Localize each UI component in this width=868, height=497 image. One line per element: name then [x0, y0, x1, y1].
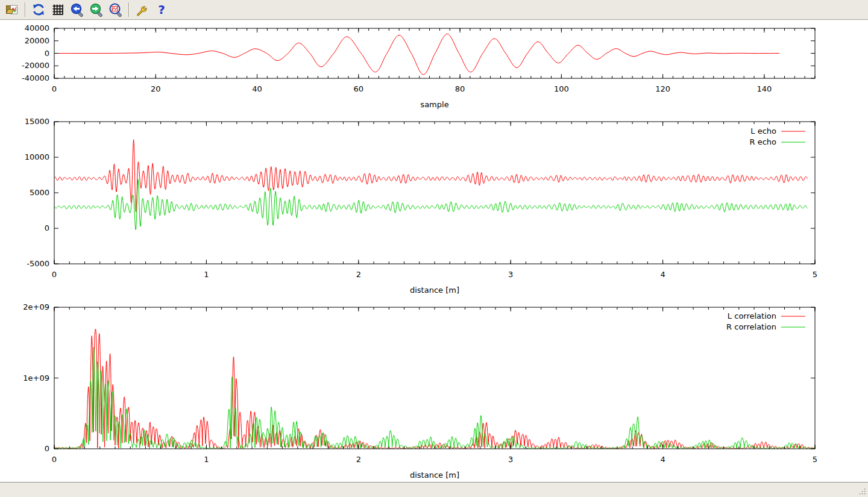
y-tick-label: 0 — [45, 444, 49, 453]
y-tick-label: -20000 — [22, 61, 49, 70]
x-tick-label: 3 — [508, 270, 513, 279]
x-tick-label: 0 — [52, 455, 57, 464]
toolbar-separator — [25, 2, 26, 17]
y-tick-label: 10000 — [25, 152, 49, 161]
status-bar — [0, 482, 868, 497]
zoom-previous-icon — [70, 2, 84, 17]
echo-plot[interactable]: 012345-5000050001000015000 L echoR echo … — [25, 117, 818, 295]
toolbar: ? — [0, 0, 868, 20]
echo-xaxis-label: distance [m] — [410, 286, 459, 295]
svg-text:?: ? — [158, 2, 165, 17]
grid-icon — [51, 2, 65, 17]
y-tick-label: 5000 — [30, 188, 49, 197]
copy-plot-button[interactable] — [3, 1, 21, 18]
x-tick-label: 3 — [508, 455, 513, 464]
correlation-plot[interactable]: 01234501e+092e+09 L correlationR correla… — [23, 302, 817, 480]
series-line-r-correlation — [54, 347, 815, 449]
autoscale-button[interactable] — [107, 1, 125, 18]
x-tick-label: 40 — [252, 84, 262, 93]
resize-grip[interactable] — [858, 487, 867, 496]
zoom-next-button[interactable] — [87, 1, 105, 18]
x-tick-label: 5 — [813, 455, 817, 464]
x-tick-label: 4 — [660, 455, 665, 464]
x-tick-label: 140 — [756, 84, 772, 93]
legend-label: R echo — [749, 137, 776, 146]
x-tick-label: 80 — [455, 84, 465, 93]
autoscale-icon — [108, 2, 123, 17]
waveform-xaxis-label: sample — [420, 100, 448, 109]
x-tick-label: 100 — [554, 84, 569, 93]
x-tick-label: 2 — [356, 270, 361, 279]
help-button[interactable]: ? — [153, 1, 171, 18]
x-tick-label: 20 — [151, 84, 161, 93]
series-line-waveform — [54, 34, 779, 75]
y-tick-label: -5000 — [27, 259, 49, 268]
x-tick-label: 5 — [813, 270, 817, 279]
toolbar-separator — [128, 2, 130, 17]
x-tick-label: 4 — [660, 270, 665, 279]
y-tick-label: 0 — [45, 49, 49, 58]
x-tick-label: 0 — [52, 270, 57, 279]
replot-button[interactable] — [30, 1, 48, 18]
plot-border — [54, 122, 815, 264]
gnuplot-charts: 020406080100120140-40000-200000200004000… — [0, 20, 868, 482]
replot-icon — [31, 2, 46, 17]
x-tick-label: 1 — [204, 270, 209, 279]
zoom-previous-button[interactable] — [68, 1, 86, 18]
waveform-plot[interactable]: 020406080100120140-40000-200000200004000… — [22, 23, 815, 109]
y-tick-label: 1e+09 — [23, 374, 49, 383]
correlation-xaxis-label: distance [m] — [410, 470, 459, 480]
y-tick-label: 40000 — [25, 23, 49, 33]
y-tick-label: 2e+09 — [23, 302, 49, 311]
x-tick-label: 2 — [356, 455, 361, 464]
legend-label: L echo — [750, 127, 776, 136]
zoom-next-icon — [89, 2, 104, 17]
x-tick-label: 60 — [354, 84, 364, 93]
help-icon: ? — [154, 2, 169, 17]
series-line-l-correlation — [54, 329, 815, 449]
y-tick-label: -40000 — [22, 73, 49, 83]
x-tick-label: 1 — [204, 455, 209, 464]
legend-label: R correlation — [726, 322, 776, 331]
x-tick-label: 0 — [52, 84, 57, 93]
copy-plot-icon — [5, 2, 19, 17]
legend-label: L correlation — [728, 311, 776, 320]
grid-toggle-button[interactable] — [49, 1, 67, 18]
plot-canvas: 020406080100120140-40000-200000200004000… — [0, 20, 868, 482]
settings-button[interactable] — [133, 1, 151, 18]
y-tick-label: 15000 — [25, 117, 49, 126]
y-tick-label: 20000 — [25, 36, 49, 45]
y-tick-label: 0 — [45, 223, 49, 233]
series-line-r-echo — [54, 180, 807, 230]
settings-icon — [135, 2, 149, 17]
plot-border — [54, 307, 815, 449]
x-tick-label: 120 — [655, 84, 670, 93]
